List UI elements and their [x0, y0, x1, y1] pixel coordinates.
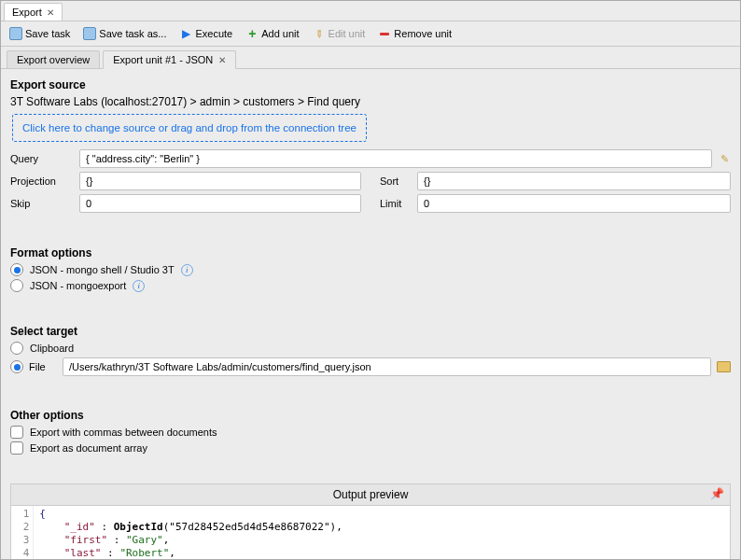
- window-tab-label: Export: [12, 7, 42, 18]
- limit-input[interactable]: 0: [417, 194, 731, 213]
- radio-icon: [10, 342, 23, 355]
- pencil-icon: ✎: [310, 24, 329, 43]
- code-content: { "_id" : ObjectId("57d28452ed5d4d54e868…: [34, 506, 366, 559]
- checkbox-icon: [10, 441, 23, 455]
- target-clipboard[interactable]: Clipboard: [10, 342, 731, 355]
- add-unit-button[interactable]: +Add unit: [243, 25, 301, 42]
- skip-label: Skip: [10, 198, 74, 209]
- pin-icon[interactable]: 📌: [710, 487, 724, 500]
- other-options-title: Other options: [10, 409, 731, 422]
- file-path-input[interactable]: /Users/kathryn/3T Software Labs/admin/cu…: [63, 357, 711, 376]
- format-json-shell[interactable]: JSON - mongo shell / Studio 3T i: [10, 263, 731, 276]
- opt-array[interactable]: Export as document array: [10, 441, 731, 455]
- line-numbers: 1234567891011: [11, 506, 34, 559]
- sort-label: Sort: [380, 175, 412, 187]
- query-input[interactable]: { "address.city": "Berlin" }: [79, 149, 712, 168]
- projection-label: Projection: [10, 175, 74, 187]
- toolbar: Save task Save task as... ▶Execute +Add …: [1, 21, 740, 47]
- opt-commas[interactable]: Export with commas between documents: [10, 426, 731, 439]
- tab-export-unit[interactable]: Export unit #1 - JSON✕: [103, 50, 236, 69]
- skip-input[interactable]: 0: [79, 194, 361, 213]
- save-as-icon: [83, 27, 96, 40]
- remove-unit-button[interactable]: Remove unit: [375, 25, 454, 42]
- plus-icon: +: [245, 27, 259, 40]
- close-icon[interactable]: ✕: [47, 7, 54, 18]
- breadcrumb: 3T Software Labs (localhost:27017) > adm…: [10, 95, 731, 108]
- panel: Export source 3T Software Labs (localhos…: [1, 69, 740, 559]
- window-tab-export[interactable]: Export ✕: [4, 3, 63, 21]
- radio-icon: [10, 360, 23, 373]
- radio-icon: [10, 263, 23, 276]
- format-options-title: Format options: [10, 246, 731, 259]
- play-icon: ▶: [179, 27, 192, 40]
- close-icon[interactable]: ✕: [218, 55, 226, 65]
- save-task-as-button[interactable]: Save task as...: [80, 25, 169, 42]
- execute-button[interactable]: ▶Execute: [176, 25, 235, 42]
- format-json-export[interactable]: JSON - mongoexport i: [10, 279, 731, 292]
- export-source-title: Export source: [10, 78, 731, 91]
- sort-input[interactable]: {}: [417, 172, 731, 190]
- output-preview-header: Output preview 📌: [10, 483, 731, 506]
- edit-icon[interactable]: ✎: [718, 152, 731, 165]
- tabs: Export overview Export unit #1 - JSON✕: [1, 47, 740, 69]
- output-preview: 1234567891011 { "_id" : ObjectId("57d284…: [10, 506, 731, 559]
- radio-icon: [10, 279, 23, 292]
- minus-icon: [378, 27, 391, 40]
- info-icon[interactable]: i: [181, 264, 193, 276]
- checkbox-icon: [10, 426, 23, 439]
- tab-export-overview[interactable]: Export overview: [7, 50, 100, 69]
- change-source-box[interactable]: Click here to change source or drag and …: [12, 114, 367, 142]
- projection-input[interactable]: {}: [79, 172, 361, 190]
- edit-unit-button: ✎Edit unit: [310, 25, 369, 42]
- window-tab-row: Export ✕: [1, 1, 740, 21]
- folder-icon[interactable]: [717, 361, 731, 372]
- query-label: Query: [10, 153, 74, 164]
- limit-label: Limit: [380, 198, 412, 209]
- info-icon[interactable]: i: [133, 280, 145, 292]
- save-task-button[interactable]: Save task: [7, 25, 73, 42]
- select-target-title: Select target: [10, 325, 731, 338]
- target-file[interactable]: File /Users/kathryn/3T Software Labs/adm…: [10, 357, 731, 376]
- save-icon: [9, 27, 22, 40]
